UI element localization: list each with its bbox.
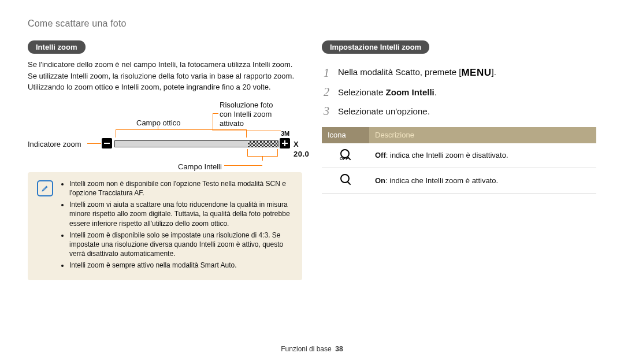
- note-item: Intelli zoom non è disponibile con l'opz…: [69, 179, 293, 198]
- note-box: Intelli zoom non è disponibile con l'opz…: [28, 172, 302, 281]
- label-campo-intelli: Campo Intelli: [178, 162, 222, 172]
- label-campo-ottico: Campo ottico: [136, 118, 181, 128]
- options-table: Icona Descrizione OFF Off: indica che In…: [322, 127, 596, 194]
- menu-button-label: MENU: [461, 66, 491, 80]
- table-header-row: Icona Descrizione: [322, 127, 596, 143]
- step-item: 3 Selezionate un'opzione.: [322, 103, 596, 119]
- callout-line: [87, 143, 101, 144]
- option-description: Off: indica che Intelli zoom è disattiva…: [369, 143, 596, 168]
- magnifier-off-icon: OFF: [339, 148, 352, 161]
- note-item: Intelli zoom vi aiuta a scattare una fot…: [69, 200, 293, 228]
- option-description: On: indica che Intelli zoom è attivato.: [369, 168, 596, 194]
- magnifier-on-icon: [339, 173, 352, 185]
- manual-page: Come scattare una foto Intelli zoom Se l…: [0, 0, 624, 364]
- callout-bracket: [247, 149, 248, 156]
- step-number: 1: [322, 65, 331, 81]
- label-indicatore-zoom: Indicatore zoom: [28, 139, 81, 150]
- callout-bracket: [158, 126, 158, 129]
- step-number: 2: [322, 84, 331, 100]
- paragraph: Se l'indicatore dello zoom è nel campo I…: [28, 60, 302, 70]
- page-title: Come scattare una foto: [28, 17, 596, 30]
- table-row: On: indica che Intelli zoom è attivato.: [322, 168, 596, 194]
- callout-bracket: [116, 129, 247, 130]
- note-icon: [37, 180, 53, 196]
- right-column: Impostazione Intelli zoom 1 Nella modali…: [322, 40, 596, 281]
- step-item: 2 Selezionate Zoom Intelli.: [322, 84, 596, 100]
- left-column: Intelli zoom Se l'indicatore dello zoom …: [28, 40, 302, 281]
- step-text: Selezionate Zoom Intelli.: [338, 87, 437, 98]
- callout-line: [213, 113, 213, 131]
- column-header-descrizione: Descrizione: [369, 127, 596, 143]
- pencil-icon: [41, 184, 49, 192]
- columns: Intelli zoom Se l'indicatore dello zoom …: [28, 40, 596, 281]
- callout-bracket: [116, 129, 116, 138]
- resolution-mark: 3M: [281, 129, 289, 138]
- callout-line: [224, 165, 262, 166]
- note-item: Intelli zoom è sempre attivo nella modal…: [69, 261, 293, 270]
- section-pill-impostazione: Impostazione Intelli zoom: [322, 40, 429, 54]
- section-pill-intelli-zoom: Intelli zoom: [28, 40, 86, 54]
- footer-page-number: 38: [335, 345, 343, 353]
- note-item: Intelli zoom è disponibile solo se impos…: [69, 231, 293, 259]
- zoom-value: X 20.0: [294, 139, 309, 159]
- callout-line: [213, 113, 218, 114]
- callout-bracket: [262, 156, 263, 161]
- label-resolution: Risoluzione foto con Intelli zoom attiva…: [220, 101, 273, 129]
- note-list: Intelli zoom non è disponibile con l'opz…: [61, 179, 293, 273]
- zoom-bar: [114, 140, 278, 147]
- zoom-diagram: Indicatore zoom Campo ottico Risoluzione…: [28, 109, 302, 171]
- footer-section: Funzioni di base: [281, 345, 331, 353]
- table-row: OFF Off: indica che Intelli zoom è disat…: [322, 143, 596, 168]
- zoom-out-icon: [102, 138, 112, 148]
- step-number: 3: [322, 103, 331, 119]
- zoom-bar-intelli-range: [248, 141, 278, 147]
- step-item: 1 Nella modalità Scatto, premete [MENU].: [322, 65, 596, 81]
- steps-list: 1 Nella modalità Scatto, premete [MENU].…: [322, 65, 596, 119]
- option-icon-off: OFF: [322, 143, 369, 168]
- page-footer: Funzioni di base 38: [0, 344, 624, 354]
- zoom-in-icon: [280, 138, 290, 148]
- step-text: Nella modalità Scatto, premete [MENU].: [338, 66, 496, 80]
- column-header-icona: Icona: [322, 127, 369, 143]
- option-icon-on: [322, 168, 369, 194]
- step-text: Selezionate un'opzione.: [338, 106, 430, 117]
- paragraph: Se utilizzate Intelli zoom, la risoluzio…: [28, 71, 302, 81]
- callout-line: [213, 131, 281, 131]
- paragraph: Utilizzando lo zoom ottico e Intelli zoo…: [28, 82, 302, 92]
- callout-bracket: [277, 149, 278, 156]
